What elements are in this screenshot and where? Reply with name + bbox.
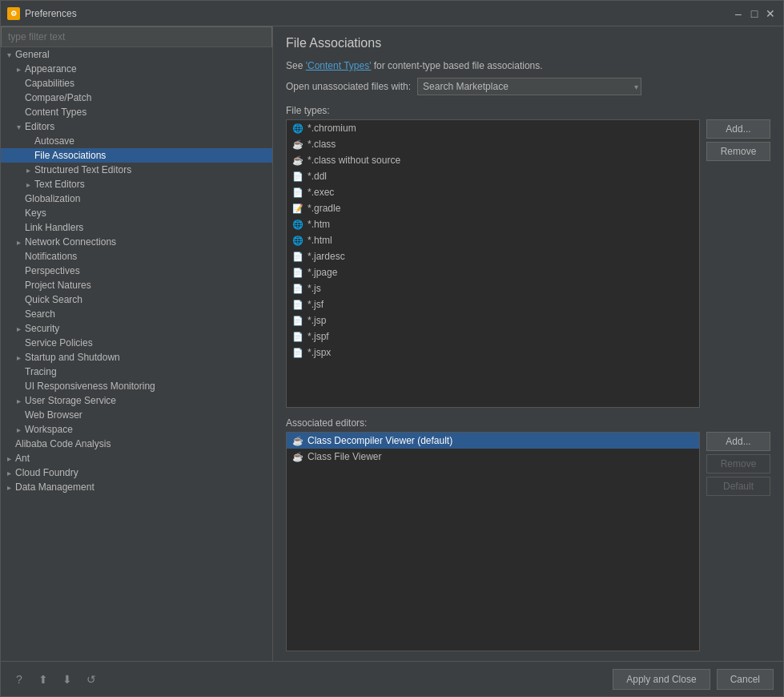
tree-item-notifications[interactable]: Notifications — [1, 249, 272, 264]
tree-item-perspectives[interactable]: Perspectives — [1, 264, 272, 278]
tree-item-label: Text Editors — [34, 179, 85, 190]
file-type-item[interactable]: ☕*.class — [287, 136, 699, 152]
tree-item-structured-text-editors[interactable]: Structured Text Editors — [1, 163, 272, 177]
file-type-icon: ☕ — [291, 138, 304, 151]
tree-item-label: Workspace — [25, 424, 73, 435]
tree-arrow-icon — [14, 93, 23, 103]
tree-arrow-icon — [23, 165, 33, 175]
tree-arrow-icon — [14, 381, 23, 391]
tree-arrow-icon — [14, 353, 23, 362]
file-type-icon: 📄 — [291, 186, 304, 199]
cancel-button[interactable]: Cancel — [717, 669, 774, 690]
file-type-label: *.gradle — [308, 203, 340, 214]
tree-item-label: UI Responsiveness Monitoring — [25, 381, 155, 392]
tree-item-web-browser[interactable]: Web Browser — [1, 408, 272, 422]
associated-editor-label: Class Decompiler Viewer (default) — [308, 435, 452, 446]
tree-item-data-management[interactable]: Data Management — [1, 480, 272, 494]
file-type-item[interactable]: 📄*.jsp — [287, 312, 699, 328]
tree-item-quick-search[interactable]: Quick Search — [1, 292, 272, 307]
file-type-item[interactable]: 📄*.exec — [287, 184, 699, 200]
tree-arrow-icon — [4, 468, 14, 477]
tree-arrow-icon — [14, 223, 23, 232]
tree-arrow-icon — [14, 295, 23, 304]
file-type-item[interactable]: 📄*.ddl — [287, 168, 699, 184]
tree-arrow-icon — [14, 410, 23, 420]
tree-item-startup-shutdown[interactable]: Startup and Shutdown — [1, 350, 272, 365]
tree-item-ant[interactable]: Ant — [1, 451, 272, 465]
tree-item-tracing[interactable]: Tracing — [1, 365, 272, 379]
file-type-item[interactable]: 📄*.jspx — [287, 344, 699, 361]
assoc-remove-button[interactable]: Remove — [706, 454, 770, 473]
tree-item-label: Security — [25, 323, 59, 334]
tree-item-appearance[interactable]: Appearance — [1, 62, 272, 76]
open-with-select[interactable]: Search Marketplace — [417, 78, 641, 95]
tree-container: GeneralAppearanceCapabilitiesCompare/Pat… — [1, 47, 272, 661]
tree-item-file-associations[interactable]: File Associations — [1, 148, 272, 163]
tree-item-globalization[interactable]: Globalization — [1, 191, 272, 206]
tree-item-search[interactable]: Search — [1, 307, 272, 321]
help-button[interactable]: ? — [10, 671, 28, 688]
tree-item-label: Startup and Shutdown — [25, 352, 120, 363]
file-type-item[interactable]: ☕*.class without source — [287, 152, 699, 168]
associated-editor-icon: ☕ — [291, 434, 304, 447]
file-type-item[interactable]: 📄*.jardesc — [287, 248, 699, 264]
tree-item-editors[interactable]: Editors — [1, 119, 272, 134]
tree-item-ui-responsiveness[interactable]: UI Responsiveness Monitoring — [1, 379, 272, 393]
associated-editors-list[interactable]: ☕Class Decompiler Viewer (default)☕Class… — [286, 432, 700, 651]
tree-arrow-icon — [14, 208, 23, 218]
file-type-item[interactable]: 📄*.js — [287, 280, 699, 296]
tree-item-security[interactable]: Security — [1, 321, 272, 336]
panel-title: File Associations — [286, 36, 770, 50]
maximize-button[interactable]: □ — [748, 7, 761, 20]
tree-item-capabilities[interactable]: Capabilities — [1, 76, 272, 91]
file-type-item[interactable]: 📄*.jspf — [287, 328, 699, 344]
revert-button[interactable]: ↺ — [82, 671, 100, 688]
file-type-item[interactable]: 🌐*.htm — [287, 216, 699, 232]
tree-item-label: Service Policies — [25, 337, 93, 348]
close-button[interactable]: ✕ — [764, 7, 777, 20]
file-type-item[interactable]: 📄*.jpage — [287, 264, 699, 280]
associated-editor-item[interactable]: ☕Class File Viewer — [287, 449, 699, 465]
apply-close-button[interactable]: Apply and Close — [613, 669, 710, 690]
import-button[interactable]: ⬇ — [58, 671, 76, 688]
minimize-button[interactable]: – — [732, 7, 745, 20]
filter-input[interactable] — [1, 26, 272, 47]
file-type-item[interactable]: 🌐*.chromium — [287, 120, 699, 136]
associated-editors-section: Associated editors: ☕Class Decompiler Vi… — [286, 417, 770, 651]
tree-item-label: Search — [25, 308, 55, 320]
tree-item-user-storage[interactable]: User Storage Service — [1, 393, 272, 408]
tree-arrow-icon — [14, 64, 23, 74]
tree-item-workspace[interactable]: Workspace — [1, 422, 272, 437]
tree-arrow-icon — [14, 266, 23, 276]
tree-item-label: Alibaba Code Analysis — [15, 438, 111, 449]
tree-item-compare-patch[interactable]: Compare/Patch — [1, 91, 272, 105]
file-type-item[interactable]: 📝*.gradle — [287, 200, 699, 216]
file-types-list[interactable]: 🌐*.chromium☕*.class☕*.class without sour… — [286, 119, 700, 408]
file-types-add-button[interactable]: Add... — [706, 119, 770, 139]
tree-item-cloud-foundry[interactable]: Cloud Foundry — [1, 465, 272, 480]
tree-item-label: Tracing — [25, 366, 57, 377]
assoc-default-button[interactable]: Default — [706, 477, 770, 496]
right-panel: File Associations See 'Content Types' fo… — [273, 26, 783, 661]
tree-item-link-handlers[interactable]: Link Handlers — [1, 220, 272, 235]
tree-item-autosave[interactable]: Autosave — [1, 134, 272, 148]
assoc-add-button[interactable]: Add... — [706, 432, 770, 451]
file-types-remove-button[interactable]: Remove — [706, 142, 770, 161]
content-types-link[interactable]: 'Content Types' — [306, 60, 372, 71]
tree-item-text-editors[interactable]: Text Editors — [1, 177, 272, 191]
tree-arrow-icon — [23, 136, 33, 146]
file-type-item[interactable]: 🌐*.html — [287, 232, 699, 248]
tree-item-general[interactable]: General — [1, 47, 272, 62]
file-type-item[interactable]: 📄*.jsf — [287, 296, 699, 312]
bottom-bar: ? ⬆ ⬇ ↺ Apply and Close Cancel — [1, 661, 783, 696]
tree-item-project-natures[interactable]: Project Natures — [1, 278, 272, 292]
associated-editor-item[interactable]: ☕Class Decompiler Viewer (default) — [287, 433, 699, 449]
tree-item-keys[interactable]: Keys — [1, 206, 272, 220]
file-type-icon: 📄 — [291, 314, 304, 327]
tree-item-network-connections[interactable]: Network Connections — [1, 235, 272, 249]
tree-item-alibaba[interactable]: Alibaba Code Analysis — [1, 437, 272, 451]
tree-item-service-policies[interactable]: Service Policies — [1, 336, 272, 350]
tree-item-content-types[interactable]: Content Types — [1, 105, 272, 119]
left-panel: GeneralAppearanceCapabilitiesCompare/Pat… — [1, 26, 273, 661]
export-button[interactable]: ⬆ — [34, 671, 52, 688]
